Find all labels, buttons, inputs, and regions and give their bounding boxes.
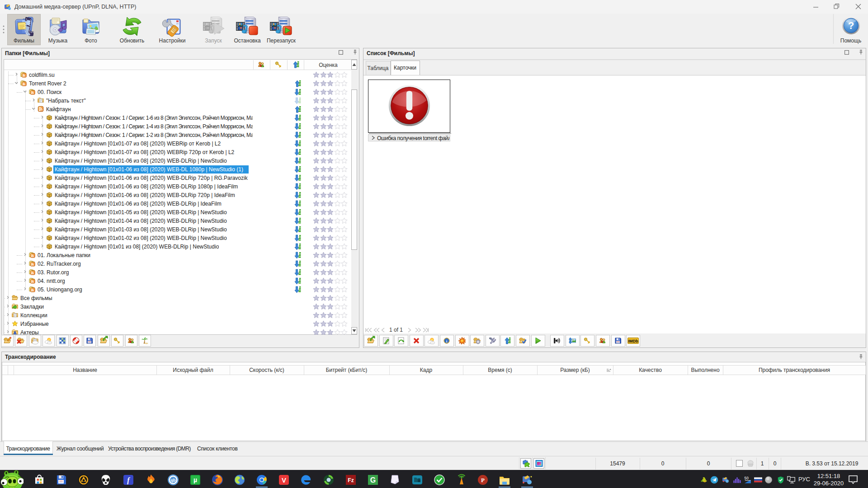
svg-text:V: V bbox=[282, 476, 286, 484]
svg-text:qb: qb bbox=[171, 478, 176, 483]
svg-text:Fz: Fz bbox=[348, 477, 354, 483]
svg-text:µ: µ bbox=[193, 476, 197, 483]
svg-text:P: P bbox=[481, 477, 485, 483]
svg-text:50: 50 bbox=[745, 476, 749, 480]
svg-text:G: G bbox=[370, 476, 376, 484]
